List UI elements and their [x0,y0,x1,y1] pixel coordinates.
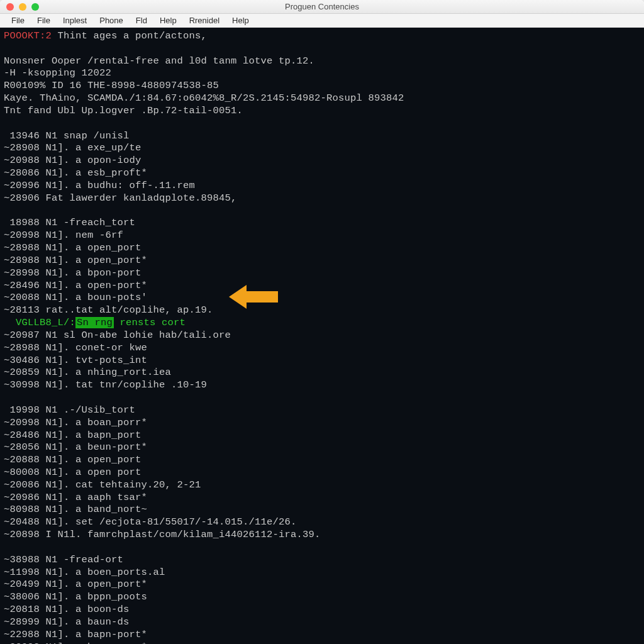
terminal-line: ~20998 N1]. a boan_porr* [4,417,640,430]
window-controls [0,3,39,11]
terminal-line [4,541,640,554]
terminal-line [4,392,640,404]
terminal-line: ~20986 N1]. a aaph tsar* [4,492,640,504]
menu-rrenidel[interactable]: Rrenidel [183,14,226,26]
terminal-line: Kaye. ThAino, SCAMDA./1:84.67:o6042%8_R/… [4,92,640,105]
terminal-line: ~28496 N1]. a open-port* [4,280,640,292]
terminal-line: ~11998 N1]. a boen_ports.al [4,567,640,579]
terminal-line: ~28113 rat..tat alt/coplihe, ap.19. [4,304,640,317]
terminal-line: ~20088 N1]. a boun-pots' [4,292,640,304]
titlebar: Proguen Contencies [0,0,644,14]
terminal-line: ~38988 N1 -fread-ort [4,554,640,567]
terminal-line: ~20859 N1]. a nhing_rort.iea [4,367,640,379]
terminal-line: ~20998 N1]. nem -6rf [4,230,640,242]
terminal-line: Nonsner Ooper /rental-free and l0d tanm … [4,55,640,68]
terminal-line: ~30998 N1]. tat tnr/coplihe .10-19 [4,379,640,392]
terminal-line: R00109% ID 16 THE-8998-4880974538-85 [4,80,640,92]
terminal-line: ~28998 N1]. a bpon-port [4,267,640,280]
terminal-line [4,118,640,130]
terminal-line: ~20996 N1]. a budhu: off-.11.rem [4,180,640,192]
terminal-line: Tnt fand Ubl Up.logver .Bp.72-tail-0051. [4,105,640,118]
terminal-line: ~28056 N1]. a beun-port* [4,441,640,454]
terminal-line: ~20818 N1]. a boon-ds [4,604,640,616]
terminal-line: ~28086 N1]. a esb_proft* [4,167,640,180]
terminal-line: ~22988 N1]. a bapn-port* [4,629,640,641]
terminal-line: ~38006 N1]. a bppn_poots [4,591,640,604]
terminal-line: ~28486 N1]. a bapn_port [4,430,640,442]
terminal-line: -H -ksopping 12022 [4,67,640,80]
terminal-line: ~80998 N1]. a boun-reer* [4,641,640,644]
minimize-icon[interactable] [19,3,26,11]
terminal-line: 13946 N1 snap /unisl [4,130,640,143]
app-window: Proguen Contencies File File Inplest Pho… [0,0,644,644]
terminal-line: ~20898 I N1l. famrchplast/com/kilam_i440… [4,529,640,541]
terminal-line [4,205,640,218]
terminal-line: ~30486 N1]. tvt-pots_int [4,355,640,367]
menu-file-1[interactable]: File [5,14,31,26]
window-title: Proguen Contencies [285,2,359,11]
terminal-line: POOOKT:2 Thint ages a pont/actons, [4,30,640,43]
terminal-line: ~28988 N1]. a open_port [4,242,640,255]
terminal-output[interactable]: POOOKT:2 Thint ages a pont/actons, Nonsn… [0,28,644,644]
terminal-line: ~28988 N1]. a open_port* [4,255,640,267]
terminal-line: VGLLB8_L/:Sn rng rensts cort [4,317,640,330]
terminal-line: ~20499 N1]. a open_port* [4,579,640,591]
menu-file-2[interactable]: File [31,14,57,26]
zoom-icon[interactable] [31,3,39,11]
terminal-line: ~20086 N1]. cat tehtainy.20, 2-21 [4,479,640,492]
terminal-line: ~20987 N1 sl On-abe lohie hab/tali.ore [4,330,640,342]
terminal-line: ~28988 N1]. conet-or kwe [4,342,640,355]
close-icon[interactable] [6,3,14,11]
menubar: File File Inplest Phone Fld Help Rrenide… [0,14,644,28]
terminal-line: ~20888 N1]. a open_port [4,454,640,467]
terminal-line: 18988 N1 -freach_tort [4,217,640,230]
terminal-line: ~28999 N1]. a baun-ds [4,616,640,629]
terminal-line: ~28906 Fat lawerder kanladqplote.89845, [4,192,640,205]
menu-help-2[interactable]: Help [226,14,255,26]
menu-help-1[interactable]: Help [153,14,183,26]
terminal-line: 19998 N1 .-/Usib_tort [4,404,640,417]
terminal-line: ~80988 N1]. a band_nort~ [4,504,640,516]
terminal-line [4,43,640,55]
menu-phone[interactable]: Phone [93,14,130,26]
terminal-line: ~28908 N1]. a exe_up/te [4,142,640,155]
terminal-line: ~80008 N1]. a open port [4,467,640,479]
menu-inplest[interactable]: Inplest [57,14,93,26]
terminal-line: ~20488 N1]. set /ecjota-81/55017/-14.015… [4,516,640,529]
terminal-line: ~20988 N1]. a opon-iody [4,155,640,167]
menu-fld[interactable]: Fld [130,14,153,26]
